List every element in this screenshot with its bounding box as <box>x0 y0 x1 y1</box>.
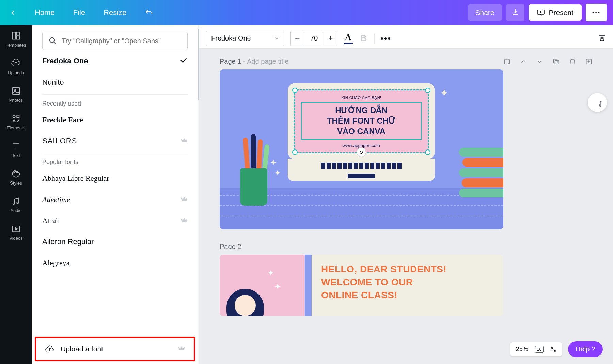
laptop-illustration: XIN CHÀO CÁC BẠN! HƯỚNG DẪN THÊM FONT CH… <box>288 83 435 181</box>
duplicate-icon[interactable] <box>552 58 560 65</box>
toolbar-more[interactable]: ••• <box>381 34 391 43</box>
font-size-plus[interactable]: + <box>324 31 337 46</box>
svg-rect-8 <box>17 115 19 118</box>
crown-icon <box>181 217 188 224</box>
rail-styles[interactable]: Styles <box>10 169 22 186</box>
add-page-icon[interactable] <box>585 58 593 65</box>
page-up-icon[interactable] <box>520 58 527 65</box>
upload-font-label: Upload a font <box>61 345 103 353</box>
svg-marker-9 <box>13 119 15 122</box>
svg-rect-3 <box>16 32 19 35</box>
svg-marker-16 <box>15 228 17 230</box>
canvas-area: Fredoka One – + A B ••• Page 1 - Add pag… <box>199 25 613 364</box>
rail-audio[interactable]: Audio <box>10 196 21 213</box>
page-trash-icon[interactable] <box>569 58 576 65</box>
delete-button[interactable] <box>598 34 606 43</box>
page1-actions <box>503 58 593 65</box>
header-more-button[interactable]: ··· <box>586 4 607 21</box>
undo-button[interactable] <box>141 6 157 19</box>
share-button[interactable]: Share <box>468 4 502 21</box>
slide-2[interactable]: ✦ ✦ HELLO, DEAR STUDENTS! WELCOME TO OUR… <box>220 255 503 316</box>
crown-icon <box>181 138 188 144</box>
bottom-bar: 25% 16 Help ? <box>510 341 603 357</box>
side-rail: Templates Uploads Photos Elements Text S… <box>0 25 32 364</box>
svg-rect-20 <box>555 60 559 64</box>
rail-text[interactable]: Text <box>11 141 21 158</box>
header-left: Home File Resize <box>6 5 157 20</box>
page-count: 16 <box>535 346 544 353</box>
svg-rect-4 <box>16 36 19 39</box>
font-size-minus[interactable]: – <box>291 31 304 46</box>
slide1-main-text[interactable]: HƯỚNG DẪN THÊM FONT CHỮ VÀO CANVA <box>301 102 422 140</box>
rail-elements[interactable]: Elements <box>7 114 25 130</box>
svg-rect-19 <box>554 59 557 63</box>
font-item-aileron[interactable]: Aileron Regular <box>42 231 188 252</box>
slide2-text[interactable]: HELLO, DEAR STUDENTS! WELCOME TO OUR ONL… <box>321 263 494 301</box>
svg-rect-5 <box>12 88 19 95</box>
font-item-advetime[interactable]: Advetime <box>42 189 188 210</box>
font-item-nunito[interactable]: Nunito <box>42 72 188 93</box>
resize-button[interactable]: Resize <box>99 5 130 20</box>
font-item-alegreya[interactable]: Alegreya <box>42 252 188 273</box>
font-item-fredoka[interactable]: Fredoka One <box>42 50 188 72</box>
svg-point-13 <box>13 203 15 205</box>
presentation-icon <box>537 9 545 16</box>
header-right: Share Present ··· <box>468 4 607 21</box>
home-button[interactable]: Home <box>31 5 59 20</box>
page1-title[interactable]: Page 1 - Add page title <box>220 58 288 65</box>
bold-button[interactable]: B <box>359 33 368 44</box>
slide1-subtitle[interactable]: XIN CHÀO CÁC BẠN! <box>301 96 422 100</box>
section-recent: Recently used <box>42 94 188 109</box>
font-search-input[interactable] <box>62 37 181 45</box>
svg-point-17 <box>50 38 54 43</box>
notes-icon[interactable] <box>503 58 511 65</box>
rail-templates[interactable]: Templates <box>6 31 26 48</box>
slide-1[interactable]: ✦ ✦ ✦ XIN CHÀO CÁC BẠN! <box>220 69 503 229</box>
resize-handle[interactable] <box>425 149 430 155</box>
sparkle-icon: ✦ <box>274 168 281 178</box>
file-menu[interactable]: File <box>69 5 89 20</box>
rail-photos[interactable]: Photos <box>9 86 23 103</box>
text-color-button[interactable]: A <box>344 32 353 44</box>
upload-font-button[interactable]: Upload a font <box>35 337 195 361</box>
check-icon <box>179 56 188 66</box>
present-button[interactable]: Present <box>529 4 582 21</box>
svg-point-10 <box>14 173 14 173</box>
crown-icon <box>178 346 185 352</box>
zoom-value: 25% <box>516 346 528 353</box>
help-button[interactable]: Help ? <box>568 341 603 357</box>
comment-fab[interactable] <box>588 93 607 112</box>
page-down-icon[interactable] <box>536 58 544 65</box>
divider <box>374 33 375 44</box>
books-illustration <box>459 148 503 199</box>
font-item-afrah[interactable]: Afrah <box>42 210 188 231</box>
chevron-down-icon <box>274 36 279 41</box>
font-panel: Fredoka One Nunito Recently used Freckle… <box>32 25 198 364</box>
font-item-freckle[interactable]: Freckle Face <box>42 109 188 130</box>
font-size-input[interactable] <box>304 31 324 46</box>
font-size-stepper: – + <box>290 31 337 46</box>
font-search[interactable] <box>42 32 188 50</box>
fullscreen-icon[interactable] <box>550 346 556 352</box>
back-button[interactable] <box>6 7 20 18</box>
sparkle-icon: ✦ <box>440 86 449 99</box>
download-button[interactable] <box>506 4 524 21</box>
resize-handle[interactable] <box>292 149 298 155</box>
sync-icon[interactable]: ↻ <box>357 147 366 157</box>
resize-handle[interactable] <box>425 88 430 93</box>
selected-text-group[interactable]: XIN CHÀO CÁC BẠN! HƯỚNG DẪN THÊM FONT CH… <box>294 89 429 153</box>
cloud-upload-icon <box>45 345 54 353</box>
font-item-abhaya[interactable]: Abhaya Libre Regular <box>42 168 188 189</box>
slide2-illustration: ✦ ✦ <box>220 255 305 316</box>
workspace[interactable]: Page 1 - Add page title ✦ ✦ <box>199 49 613 364</box>
page1-header: Page 1 - Add page title <box>220 58 593 65</box>
resize-handle[interactable] <box>292 88 298 93</box>
rail-videos[interactable]: Videos <box>9 224 23 241</box>
rail-uploads[interactable]: Uploads <box>8 59 24 75</box>
page2-title[interactable]: Page 2 <box>220 243 593 251</box>
font-family-dropdown[interactable]: Fredoka One <box>206 31 284 46</box>
app-header: Home File Resize Share Present ··· <box>0 0 613 25</box>
font-item-sailors[interactable]: SAILORS <box>42 130 188 152</box>
text-toolbar: Fredoka One – + A B ••• <box>199 28 613 49</box>
zoom-control[interactable]: 25% 16 <box>510 342 562 356</box>
